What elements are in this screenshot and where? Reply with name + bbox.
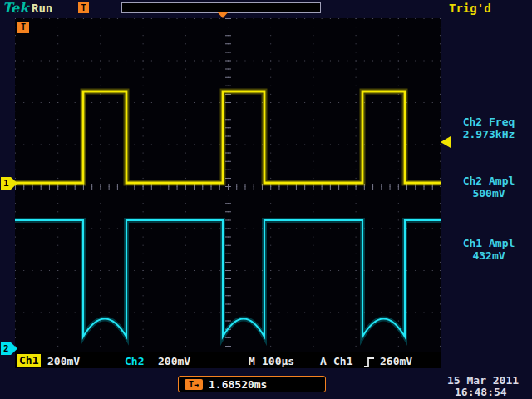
measurement-ch2-freq: Ch2 Freq 2.973kHz (447, 116, 530, 140)
trigger-status: Trig'd (449, 2, 491, 15)
measurement-ch2-ampl: Ch2 Ampl 500mV (447, 175, 530, 200)
trigger-delay-readout: T→ 1.68520ms (178, 376, 326, 392)
ch1-trace-glow (15, 91, 441, 183)
ch2-trace-glow (15, 220, 441, 337)
time-label: 16:48:54 (455, 386, 507, 398)
ch1-label-tag: Ch1 (17, 354, 41, 367)
trigger-delay-icon: T→ (185, 379, 203, 390)
measurement-label: Ch1 Ampl (447, 237, 530, 249)
rising-edge-icon (363, 356, 377, 372)
measurement-value: 500mV (447, 187, 530, 200)
timebase-label: M (249, 355, 255, 367)
trigger-source-marker: T (17, 22, 29, 33)
ch2-scale-readout: 200mV (158, 355, 190, 367)
trigger-icon-top: T (78, 2, 89, 13)
trigger-source-readout: Ch1 (333, 355, 352, 367)
measurement-label: Ch2 Freq (447, 116, 530, 128)
trigger-position-marker-icon (217, 12, 229, 18)
measurement-value: 432mV (447, 249, 530, 262)
acquisition-status: Run (32, 2, 52, 15)
trigger-level-readout: 260mV (380, 355, 412, 367)
ch1-trace (15, 91, 441, 183)
measurement-label: Ch2 Ampl (447, 175, 530, 187)
waveform-display (15, 18, 441, 354)
timebase-readout: 100µs (262, 355, 294, 367)
oscilloscope-screen: Tek Run T Trig'd T 1 2 Ch2 Fre (0, 0, 532, 399)
trigger-delay-value: 1.68520ms (209, 378, 267, 391)
measurement-ch1-ampl: Ch1 Ampl 432mV (447, 237, 530, 262)
ch2-label-tag: Ch2 (125, 355, 144, 367)
measurement-value: 2.973kHz (447, 128, 530, 140)
graticule (15, 18, 441, 354)
tek-logo: Tek (2, 0, 28, 16)
trigger-mode-label: A (320, 355, 327, 367)
ch1-scale-readout: 200mV (47, 355, 80, 367)
date-label: 15 Mar 2011 (447, 374, 519, 387)
